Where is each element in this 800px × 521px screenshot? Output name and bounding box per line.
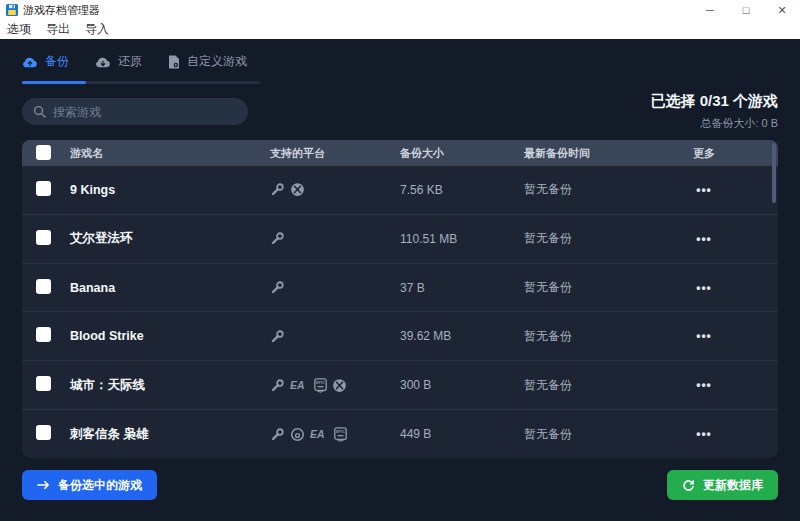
search-icon: [33, 105, 46, 118]
maximize-button[interactable]: □: [728, 0, 764, 20]
platform-icons: [270, 182, 400, 197]
tab-bar: 备份 还原 自定义游戏: [0, 39, 800, 84]
row-checkbox[interactable]: [36, 425, 51, 440]
update-database-label: 更新数据库: [703, 477, 763, 494]
search-input[interactable]: [53, 105, 233, 119]
tab-restore[interactable]: 还原: [95, 53, 142, 81]
arrow-right-icon: [37, 480, 50, 490]
svg-text:EPIC: EPIC: [336, 430, 345, 434]
table-row: 城市：天际线EAEPIC300 B暂无备份•••: [22, 360, 778, 409]
ubisoft-icon: [290, 427, 305, 442]
update-database-button[interactable]: 更新数据库: [667, 470, 778, 500]
backup-size: 110.51 MB: [400, 232, 524, 246]
backup-selected-button[interactable]: 备份选中的游戏: [22, 470, 157, 500]
game-name: Blood Strike: [70, 329, 270, 343]
table-row: 艾尔登法环110.51 MB暂无备份•••: [22, 214, 778, 263]
backup-size: 39.62 MB: [400, 329, 524, 343]
menu-import[interactable]: 导入: [85, 21, 109, 38]
selected-count: 已选择 0/31 个游戏: [650, 92, 778, 111]
game-name: Banana: [70, 281, 270, 295]
game-name: 城市：天际线: [70, 377, 270, 394]
steam-icon: [270, 280, 285, 295]
window-controls: ─ □ ✕: [692, 0, 800, 20]
svg-text:EA: EA: [290, 380, 304, 391]
platform-icons: [270, 280, 400, 295]
xbox-icon: [290, 182, 305, 197]
latest-backup-time: 暂无备份: [524, 230, 644, 247]
epic-icon: EPIC: [314, 378, 327, 393]
games-table: 游戏名 支持的平台 备份大小 最新备份时间 更多 9 Kings7.56 KB暂…: [22, 140, 778, 458]
table-row: 9 Kings7.56 KB暂无备份•••: [22, 166, 778, 214]
tab-underline-active: [22, 81, 86, 84]
steam-icon: [270, 182, 285, 197]
menu-options[interactable]: 选项: [7, 21, 31, 38]
more-button[interactable]: •••: [696, 427, 712, 441]
total-backup-size: 总备份大小: 0 B: [650, 116, 778, 131]
backup-size: 37 B: [400, 281, 524, 295]
table-row: Banana37 B暂无备份•••: [22, 263, 778, 312]
more-button[interactable]: •••: [696, 232, 712, 246]
steam-icon: [270, 378, 285, 393]
epic-icon: EPIC: [334, 427, 347, 442]
row-checkbox[interactable]: [36, 181, 51, 196]
backup-size: 449 B: [400, 427, 524, 441]
app-icon: [6, 4, 18, 16]
steam-icon: [270, 231, 285, 246]
more-button[interactable]: •••: [696, 329, 712, 343]
header-game-name: 游戏名: [70, 146, 270, 161]
platform-icons: [270, 329, 400, 344]
menu-bar: 选项 导出 导入: [0, 20, 800, 39]
backup-size: 7.56 KB: [400, 183, 524, 197]
cloud-download-icon: [95, 56, 111, 68]
latest-backup-time: 暂无备份: [524, 181, 644, 198]
svg-text:EA: EA: [310, 429, 324, 440]
tab-backup[interactable]: 备份: [22, 53, 69, 81]
table-row: Blood Strike39.62 MB暂无备份•••: [22, 311, 778, 360]
cloud-upload-icon: [22, 56, 38, 68]
window-title: 游戏存档管理器: [23, 3, 100, 18]
platform-icons: EAEPIC: [270, 378, 400, 393]
platform-icons: EAEPIC: [270, 427, 400, 442]
latest-backup-time: 暂无备份: [524, 426, 644, 443]
tab-backup-label: 备份: [45, 53, 69, 70]
more-button[interactable]: •••: [696, 281, 712, 295]
row-checkbox[interactable]: [36, 376, 51, 391]
latest-backup-time: 暂无备份: [524, 377, 644, 394]
backup-selected-label: 备份选中的游戏: [58, 477, 142, 494]
ea-icon: EA: [310, 428, 329, 440]
header-more: 更多: [644, 146, 764, 161]
select-all-checkbox[interactable]: [36, 145, 51, 160]
header-backup-size: 备份大小: [400, 146, 524, 161]
xbox-icon: [332, 378, 347, 393]
row-checkbox[interactable]: [36, 279, 51, 294]
table-header: 游戏名 支持的平台 备份大小 最新备份时间 更多: [22, 140, 778, 166]
row-checkbox[interactable]: [36, 230, 51, 245]
tab-custom-games[interactable]: 自定义游戏: [168, 53, 247, 81]
backup-size: 300 B: [400, 378, 524, 392]
header-platforms: 支持的平台: [270, 146, 400, 161]
svg-text:EPIC: EPIC: [316, 381, 325, 385]
tab-restore-label: 还原: [118, 53, 142, 70]
game-name: 艾尔登法环: [70, 230, 270, 247]
header-latest-backup: 最新备份时间: [524, 146, 644, 161]
platform-icons: [270, 231, 400, 246]
scrollbar-thumb[interactable]: [772, 143, 776, 203]
minimize-button[interactable]: ─: [692, 0, 728, 20]
tab-underline-track: [22, 81, 260, 84]
custom-game-file-icon: [168, 55, 180, 69]
close-button[interactable]: ✕: [764, 0, 800, 20]
more-button[interactable]: •••: [696, 378, 712, 392]
menu-export[interactable]: 导出: [46, 21, 70, 38]
steam-icon: [270, 329, 285, 344]
tab-custom-games-label: 自定义游戏: [187, 53, 247, 70]
selection-summary: 已选择 0/31 个游戏 总备份大小: 0 B: [650, 92, 778, 131]
ea-icon: EA: [290, 379, 309, 391]
refresh-icon: [682, 479, 695, 492]
table-row: 刺客信条 枭雄EAEPIC449 B暂无备份•••: [22, 409, 778, 458]
steam-icon: [270, 427, 285, 442]
more-button[interactable]: •••: [696, 183, 712, 197]
title-bar: 游戏存档管理器 ─ □ ✕: [0, 0, 800, 20]
search-box: [22, 98, 248, 125]
game-name: 9 Kings: [70, 183, 270, 197]
row-checkbox[interactable]: [36, 327, 51, 342]
